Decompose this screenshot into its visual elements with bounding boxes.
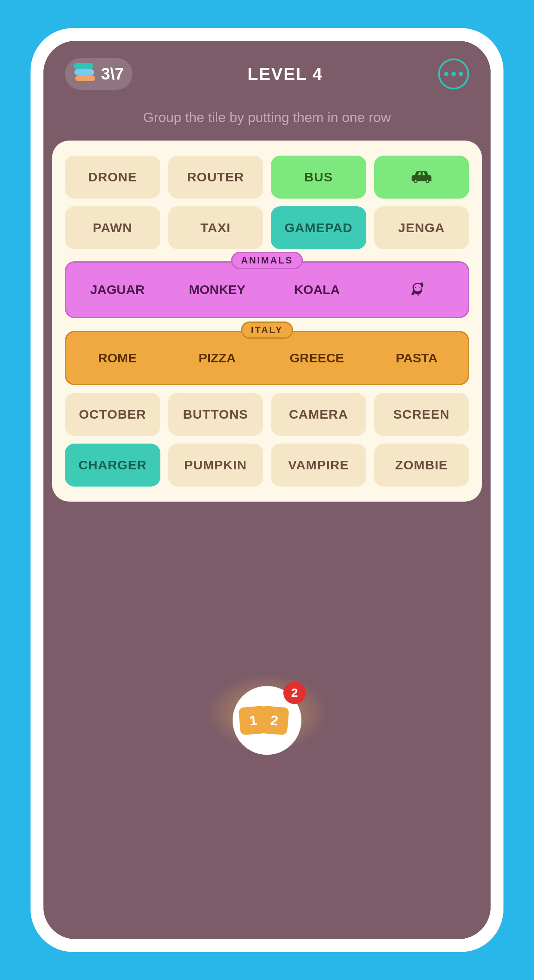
hint-btn-wrapper: 1 2 2 (233, 686, 301, 755)
tile-router[interactable]: ROUTER (168, 156, 264, 199)
tile-car[interactable] (374, 156, 470, 199)
tile-drone[interactable]: DRONE (65, 156, 160, 199)
italy-group-label: ITALY (241, 322, 293, 339)
animals-group-row: ANIMALS JAGUAR MONKEY KOALA (65, 261, 469, 318)
row-2: PAWN TAXI GAMEPAD JENGA (65, 206, 469, 249)
score-badge: 3\7 (65, 58, 132, 90)
row-5: OCTOBER BUTTONS CAMERA SCREEN (65, 393, 469, 436)
level-title: LEVEL 4 (248, 64, 323, 84)
tile-charger[interactable]: CHARGER (65, 444, 160, 487)
instruction-text: Group the tile by putting them in one ro… (65, 107, 469, 128)
tile-pawn[interactable]: PAWN (65, 206, 160, 249)
row-6: CHARGER PUMPKIN VAMPIRE ZOMBIE (65, 444, 469, 487)
tile-screen[interactable]: SCREEN (374, 393, 470, 436)
header: 3\7 LEVEL 4 (43, 41, 491, 103)
tile-elephant[interactable] (371, 268, 463, 312)
dot-2 (451, 72, 456, 76)
tile-camera[interactable]: CAMERA (271, 393, 366, 436)
dot-1 (444, 72, 448, 76)
tile-pizza[interactable]: PIZZA (171, 337, 263, 379)
tile-pumpkin[interactable]: PUMPKIN (168, 444, 264, 487)
tile-buttons[interactable]: BUTTONS (168, 393, 264, 436)
tile-koala[interactable]: KOALA (271, 268, 363, 312)
tile-rome[interactable]: ROME (71, 337, 163, 379)
tile-jenga[interactable]: JENGA (374, 206, 470, 249)
tile-taxi[interactable]: TAXI (168, 206, 264, 249)
italy-group-row: ITALY ROME PIZZA GREECE PASTA (65, 331, 469, 385)
instruction-area: Group the tile by putting them in one ro… (43, 103, 491, 141)
tile-vampire[interactable]: VAMPIRE (271, 444, 366, 487)
bottom-area: 1 2 2 (43, 502, 491, 939)
tile-jaguar[interactable]: JAGUAR (71, 268, 163, 312)
tile-gamepad[interactable]: GAMEPAD (271, 206, 366, 249)
game-board: DRONE ROUTER BUS PAWN TAXI GAMEPAD JENGA (52, 141, 482, 502)
hint-count-badge: 2 (283, 682, 306, 704)
phone-frame: 3\7 LEVEL 4 Group the tile by putting th… (31, 28, 503, 952)
tile-bus[interactable]: BUS (271, 156, 366, 199)
dot-3 (459, 72, 463, 76)
layers-icon (74, 63, 95, 85)
italy-group-wrapper: ITALY ROME PIZZA GREECE PASTA (65, 331, 469, 385)
row-1: DRONE ROUTER BUS (65, 156, 469, 199)
animals-group-wrapper: ANIMALS JAGUAR MONKEY KOALA (65, 261, 469, 318)
tile-greece[interactable]: GREECE (271, 337, 363, 379)
hint-button[interactable]: 1 2 2 (233, 686, 301, 755)
hint-tile-2: 2 (259, 705, 289, 735)
tile-zombie[interactable]: ZOMBIE (374, 444, 470, 487)
tile-october[interactable]: OCTOBER (65, 393, 160, 436)
animals-group-label: ANIMALS (231, 252, 303, 269)
tile-monkey[interactable]: MONKEY (171, 268, 263, 312)
phone-inner: 3\7 LEVEL 4 Group the tile by putting th… (43, 41, 491, 939)
menu-button[interactable] (438, 58, 469, 89)
tile-pasta[interactable]: PASTA (371, 337, 463, 379)
score-display: 3\7 (101, 65, 124, 83)
hint-tiles: 1 2 (239, 707, 295, 734)
